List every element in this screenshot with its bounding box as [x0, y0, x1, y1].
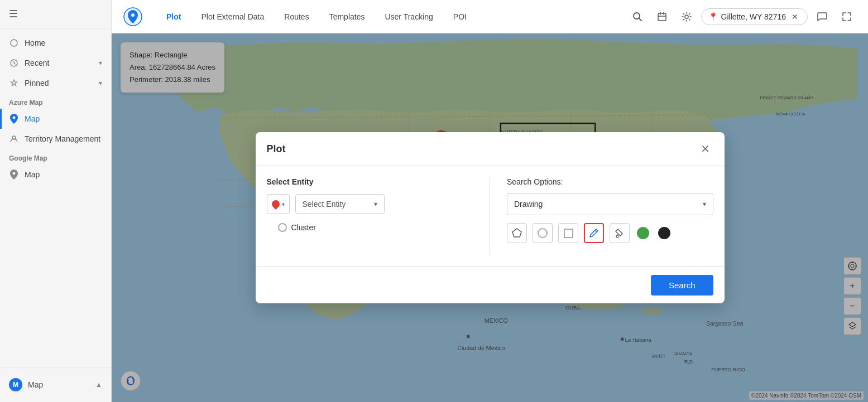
sidebar-item-label: Recent: [25, 59, 49, 67]
chevron-down-icon: ▾: [99, 59, 102, 67]
hamburger-icon[interactable]: ☰: [9, 8, 18, 20]
sidebar-item-label: Pinned: [25, 79, 49, 88]
sidebar-bottom-label: Map: [28, 380, 43, 389]
sidebar-item-label: Home: [25, 38, 45, 47]
svg-marker-51: [512, 229, 521, 237]
chevron-up-icon: ▲: [95, 381, 102, 389]
sidebar-bottom: M Map ▲: [0, 367, 111, 402]
sidebar-item-recent[interactable]: Recent ▾: [0, 53, 111, 73]
sidebar-item-google-map[interactable]: Map: [0, 164, 111, 185]
nav-templates[interactable]: Templates: [322, 8, 373, 26]
modal-header: Plot ✕: [256, 132, 725, 166]
google-map-pin-icon: [9, 169, 19, 180]
nav-plot[interactable]: Plot: [159, 8, 189, 26]
location-clear-btn[interactable]: ✕: [789, 11, 800, 22]
territory-icon: [9, 134, 19, 144]
sidebar-item-home[interactable]: Home: [0, 33, 111, 53]
sidebar-item-azure-map[interactable]: Map: [0, 109, 111, 129]
tool-row: [507, 223, 713, 243]
search-button[interactable]: Search: [651, 275, 713, 296]
cluster-label: Cluster: [291, 223, 316, 232]
polygon-tool-btn[interactable]: [507, 223, 527, 243]
svg-rect-5: [658, 13, 666, 21]
chat-icon-btn[interactable]: [812, 7, 832, 27]
sidebar-item-label: Map: [25, 114, 40, 123]
search-icon-btn[interactable]: [627, 7, 648, 27]
sidebar-nav: Home Recent ▾ Pinned ▾ Azure Map Map: [0, 28, 111, 367]
sidebar-section-google: Google Map: [0, 149, 111, 164]
entity-select-text: Select Entity: [303, 200, 346, 209]
select-entity-label: Select Entity: [267, 177, 473, 186]
location-pin-icon: 📍: [708, 12, 718, 21]
sidebar-item-territory[interactable]: Territory Management: [0, 129, 111, 149]
home-icon: [9, 38, 19, 48]
pin-icon: [9, 78, 19, 88]
entity-row: ▾ Select Entity ▾: [267, 194, 473, 214]
nav-poi[interactable]: POI: [445, 8, 474, 26]
sidebar-section-azure: Azure Map: [0, 93, 111, 109]
nav-icons: [627, 7, 697, 27]
map-container[interactable]: MONTANA NORTH DAKOTA MINNESOTA OREGON CA…: [112, 33, 868, 402]
drawing-select-text: Drawing: [514, 200, 543, 209]
pencil-tool-btn[interactable]: [584, 223, 604, 243]
pin-dot-icon: [270, 198, 281, 210]
nav-user-tracking[interactable]: User Tracking: [377, 8, 440, 26]
modal-close-btn[interactable]: ✕: [698, 141, 713, 157]
nav-plot-external[interactable]: Plot External Data: [193, 8, 272, 26]
expand-icon-btn[interactable]: [837, 7, 857, 27]
cluster-row: Cluster: [278, 223, 473, 232]
circle-tool-btn[interactable]: [533, 223, 553, 243]
app-logo: [123, 7, 143, 27]
sidebar-bottom-item[interactable]: M Map ▲: [0, 373, 111, 396]
bucket-tool-btn[interactable]: [610, 223, 630, 243]
drawing-chevron-icon: ▾: [703, 200, 706, 208]
location-bar[interactable]: 📍 Gillette, WY 82716 ✕: [701, 8, 808, 25]
nav-routes[interactable]: Routes: [276, 8, 316, 26]
svg-point-4: [634, 13, 640, 19]
main-content: Plot Plot External Data Routes Templates…: [112, 0, 868, 402]
color-black-btn[interactable]: [656, 225, 672, 241]
recent-icon: [9, 58, 19, 68]
sidebar-item-label: Map: [25, 170, 40, 179]
sidebar-item-label: Territory Management: [25, 134, 100, 143]
map-pin-icon: [9, 114, 19, 124]
modal-title: Plot: [267, 143, 286, 155]
settings-icon-btn[interactable]: [677, 7, 697, 27]
modal-left: Select Entity ▾ Select Entity ▾: [267, 177, 473, 255]
entity-chevron-icon: ▾: [374, 200, 377, 208]
svg-point-0: [11, 40, 17, 46]
calendar-icon-btn[interactable]: [652, 7, 672, 27]
modal-footer: Search: [256, 267, 725, 303]
sidebar-header: ☰: [0, 0, 111, 28]
topnav: Plot Plot External Data Routes Templates…: [112, 0, 868, 33]
pin-dropdown-arrow: ▾: [282, 201, 285, 207]
cluster-radio[interactable]: [278, 223, 287, 232]
search-options-label: Search Options:: [507, 177, 713, 186]
sidebar: ☰ Home Recent ▾ Pinned ▾ Azure Map: [0, 0, 112, 402]
modal-right: Search Options: Drawing ▾: [490, 177, 713, 255]
modal-overlay: Plot ✕ Select Entity ▾: [112, 33, 868, 402]
entity-select[interactable]: Select Entity ▾: [295, 194, 385, 214]
drawing-select[interactable]: Drawing ▾: [507, 193, 713, 215]
plot-modal: Plot ✕ Select Entity ▾: [256, 132, 725, 303]
modal-body: Select Entity ▾ Select Entity ▾: [256, 166, 725, 267]
location-text: Gillette, WY 82716: [721, 12, 786, 21]
avatar: M: [9, 378, 22, 391]
chevron-down-icon: ▾: [99, 79, 102, 87]
color-green-btn[interactable]: [635, 225, 651, 241]
pin-dropdown[interactable]: ▾: [267, 194, 290, 214]
svg-point-6: [685, 15, 688, 18]
sidebar-item-pinned[interactable]: Pinned ▾: [0, 73, 111, 93]
square-tool-btn[interactable]: [558, 223, 578, 243]
